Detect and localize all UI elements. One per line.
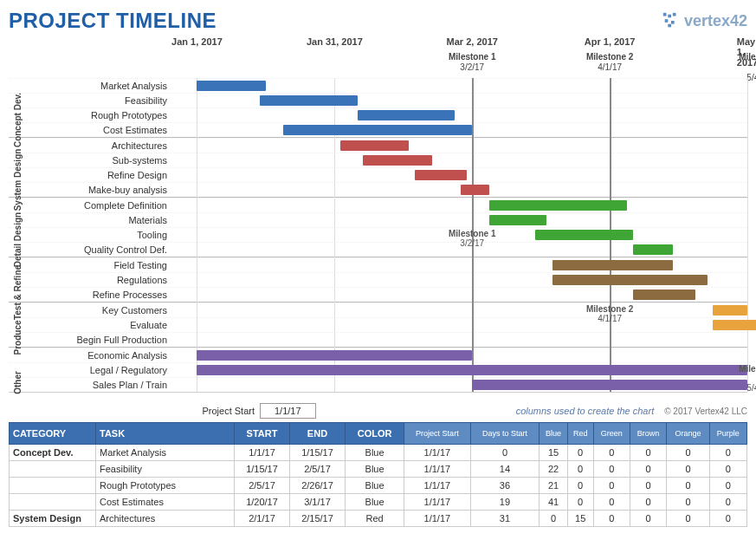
gantt-bar[interactable]	[472, 380, 747, 390]
cell[interactable]: System Design	[10, 511, 96, 527]
gantt-bar[interactable]	[283, 125, 472, 135]
cell[interactable]: 0	[567, 494, 593, 511]
cell[interactable]: Blue	[345, 478, 404, 494]
cell[interactable]: 1/1/17	[404, 461, 470, 478]
gantt-bar[interactable]	[633, 290, 696, 300]
gantt-bar[interactable]	[461, 185, 489, 195]
cell[interactable]: 0	[567, 445, 593, 461]
cell[interactable]: 0	[593, 511, 630, 527]
cell[interactable]: 2/26/17	[289, 478, 345, 494]
task-label: Make-buy analysis	[40, 185, 174, 195]
cell[interactable]: 1/15/17	[289, 445, 345, 461]
cell[interactable]: Red	[345, 511, 404, 527]
gantt-bar[interactable]	[489, 200, 627, 211]
task-label: Materials	[40, 215, 174, 225]
cell[interactable]: 2/5/17	[235, 478, 290, 494]
cell[interactable]: 0	[630, 445, 667, 461]
cell[interactable]: 0	[593, 445, 630, 461]
cell[interactable]: Feasibility	[96, 461, 235, 478]
gantt-bar[interactable]	[260, 95, 358, 106]
cell[interactable]: Blue	[345, 494, 404, 511]
gantt-bar[interactable]	[489, 215, 546, 225]
cell[interactable]: 0	[593, 461, 630, 478]
gantt-bar[interactable]	[713, 305, 747, 316]
table-row[interactable]: Concept Dev.Market Analysis1/1/171/15/17…	[10, 445, 747, 461]
cell[interactable]: 1/1/17	[404, 511, 470, 527]
cell[interactable]: 0	[667, 494, 709, 511]
cell[interactable]: 15	[540, 445, 567, 461]
cell[interactable]: 0	[593, 494, 630, 511]
cell[interactable]: 0	[630, 461, 667, 478]
cell[interactable]: 0	[709, 445, 746, 461]
cell[interactable]: 0	[630, 478, 667, 494]
cell[interactable]: 1/1/17	[404, 445, 470, 461]
cell[interactable]: 1/15/17	[235, 461, 290, 478]
gantt-bar[interactable]	[197, 81, 265, 91]
cell[interactable]: 0	[540, 511, 567, 527]
cell[interactable]: 0	[667, 461, 709, 478]
gantt-bar[interactable]	[197, 350, 472, 361]
cell[interactable]: Rough Prototypes	[96, 478, 235, 494]
cell[interactable]: 1/1/17	[404, 478, 470, 494]
table-row[interactable]: System DesignArchitectures2/1/172/15/17R…	[10, 511, 747, 527]
gantt-bar[interactable]	[340, 140, 409, 151]
gantt-bar[interactable]	[633, 244, 673, 255]
cell[interactable]: 0	[709, 494, 746, 511]
cell[interactable]	[10, 494, 96, 511]
cell[interactable]: Architectures	[96, 511, 235, 527]
cell[interactable]: 0	[567, 461, 593, 478]
task-label: Sub-systems	[40, 155, 174, 166]
cell[interactable]: 0	[630, 511, 667, 527]
cell[interactable]: 41	[540, 494, 567, 511]
cell[interactable]: 1/20/17	[235, 494, 290, 511]
cell[interactable]: 0	[709, 461, 746, 478]
cell[interactable]: 2/15/17	[289, 511, 345, 527]
cell[interactable]: 1/1/17	[404, 494, 470, 511]
cell[interactable]: 19	[470, 494, 540, 511]
gantt-bar[interactable]	[363, 155, 431, 166]
gantt-bar[interactable]	[415, 170, 467, 180]
gantt-bar[interactable]	[713, 320, 756, 330]
cell[interactable]: 0	[567, 478, 593, 494]
table-row[interactable]: Feasibility1/15/172/5/17Blue1/1/17142200…	[10, 461, 747, 478]
col-header-sub: Project Start	[404, 423, 470, 445]
cell[interactable]	[10, 461, 96, 478]
table-row[interactable]: Rough Prototypes2/5/172/26/17Blue1/1/173…	[10, 478, 747, 494]
gantt-chart: Jan 1, 2017Jan 31, 2017Mar 2, 2017Apr 1,…	[9, 36, 747, 393]
cell[interactable]: 14	[470, 461, 540, 478]
milestone-labels: Milestone 13/2/17Milestone 24/1/17Milest…	[174, 52, 747, 78]
cell[interactable]: Concept Dev.	[10, 445, 96, 461]
cell[interactable]: 1/1/17	[235, 445, 290, 461]
col-header-sub: Brown	[630, 423, 667, 445]
cell[interactable]: 0	[630, 494, 667, 511]
cell[interactable]: 21	[540, 478, 567, 494]
cell[interactable]: Market Analysis	[96, 445, 235, 461]
gantt-bar[interactable]	[197, 365, 747, 375]
task-label: Rough Prototypes	[40, 110, 174, 120]
cell[interactable]: 2/5/17	[289, 461, 345, 478]
cell[interactable]: Blue	[345, 445, 404, 461]
cell[interactable]: 0	[667, 445, 709, 461]
gantt-bar[interactable]	[535, 230, 633, 240]
gantt-row: Rough Prototypes	[9, 107, 747, 122]
cell[interactable]: 36	[470, 478, 540, 494]
gantt-bar[interactable]	[552, 275, 708, 285]
cell[interactable]: 15	[567, 511, 593, 527]
cell[interactable]	[10, 478, 96, 494]
cell[interactable]: 0	[667, 511, 709, 527]
cell[interactable]: Blue	[345, 461, 404, 478]
cell[interactable]: 0	[593, 478, 630, 494]
cell[interactable]: Cost Estimates	[96, 494, 235, 511]
cell[interactable]: 2/1/17	[235, 511, 290, 527]
gantt-bar[interactable]	[358, 110, 456, 120]
cell[interactable]: 22	[540, 461, 567, 478]
cell[interactable]: 0	[709, 511, 746, 527]
project-start-value[interactable]: 1/1/17	[260, 403, 316, 419]
cell[interactable]: 0	[667, 478, 709, 494]
cell[interactable]: 0	[709, 478, 746, 494]
cell[interactable]: 31	[470, 511, 540, 527]
table-row[interactable]: Cost Estimates1/20/173/1/17Blue1/1/17194…	[10, 494, 747, 511]
cell[interactable]: 3/1/17	[289, 494, 345, 511]
gantt-bar[interactable]	[552, 260, 673, 270]
cell[interactable]: 0	[470, 445, 540, 461]
